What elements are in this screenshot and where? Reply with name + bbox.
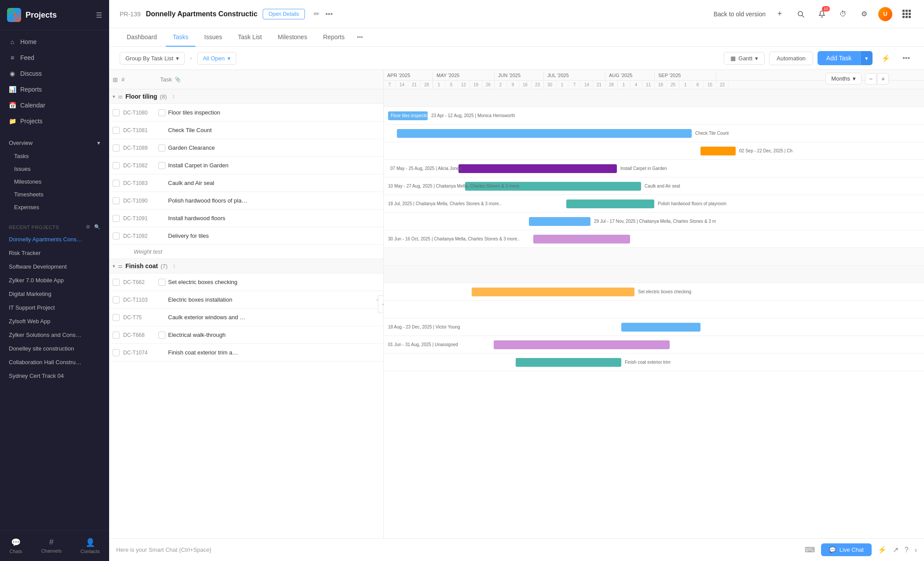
tab-tasks[interactable]: Tasks bbox=[166, 28, 196, 47]
settings-button[interactable]: ⚙ bbox=[857, 7, 871, 21]
task-row[interactable]: DC-T1081 Check Tile Count bbox=[109, 122, 383, 139]
task-checkbox[interactable] bbox=[113, 349, 120, 356]
all-open-button[interactable]: All Open ▾ bbox=[197, 52, 236, 65]
task-row[interactable]: DC-T668 Electrical walk-through bbox=[109, 326, 383, 344]
task-checkbox[interactable] bbox=[113, 162, 120, 169]
recent-project-software[interactable]: Software Development bbox=[0, 260, 109, 273]
gantt-bar[interactable] bbox=[516, 358, 621, 367]
task-row[interactable]: DC-T1083 Caulk and Air seal bbox=[109, 174, 383, 192]
task-row[interactable]: DC-T662 Set electric boxes checking bbox=[109, 273, 383, 291]
group-header-finish-coat[interactable]: ▾ ⚌ Finish coat (7) ↕ bbox=[109, 259, 383, 273]
search-button[interactable] bbox=[794, 7, 808, 21]
recent-project-donelley[interactable]: Donelley site construction bbox=[0, 342, 109, 355]
sidebar-item-expenses[interactable]: Expenses bbox=[0, 201, 109, 214]
task-checkbox[interactable] bbox=[113, 109, 120, 116]
zoom-in-button[interactable]: + bbox=[877, 73, 889, 85]
tab-dashboard[interactable]: Dashboard bbox=[120, 28, 164, 47]
more-options-button[interactable]: ••• bbox=[899, 52, 913, 65]
recent-project-donnelly[interactable]: Donnelly Apartments Cons… bbox=[0, 233, 109, 246]
tab-reports[interactable]: Reports bbox=[316, 28, 352, 47]
bottom-tab-chats[interactable]: 💬 Chats bbox=[4, 535, 28, 557]
open-details-button[interactable]: Open Details bbox=[263, 9, 304, 19]
gantt-chart-panel[interactable]: Months ▾ − + APR '2025 MAY '2025 JUN bbox=[384, 70, 924, 538]
share-icon[interactable]: ↗ bbox=[893, 546, 898, 554]
add-task-button[interactable]: Add Task bbox=[818, 51, 860, 65]
task-row[interactable]: DC-T1103 Electric boxes installation ◁ bbox=[109, 291, 383, 309]
sidebar-item-timesheets[interactable]: Timesheets bbox=[0, 188, 109, 201]
notifications-button[interactable]: 10 bbox=[815, 7, 829, 21]
recent-project-digital[interactable]: Digital Marketing bbox=[0, 287, 109, 301]
back-to-old-version-button[interactable]: Back to old version bbox=[714, 11, 766, 18]
sidebar-item-milestones[interactable]: Milestones bbox=[0, 175, 109, 188]
tab-task-list[interactable]: Task List bbox=[231, 28, 269, 47]
apps-button[interactable] bbox=[899, 7, 913, 21]
recent-project-zylker-sol[interactable]: Zylker Solutions and Cons… bbox=[0, 328, 109, 342]
menu-icon[interactable]: ☰ bbox=[96, 11, 102, 19]
task-checkbox[interactable] bbox=[113, 314, 120, 321]
sidebar-item-discuss[interactable]: ◉ Discuss bbox=[0, 66, 109, 81]
task-checkbox[interactable] bbox=[113, 279, 120, 286]
task-row[interactable]: DC-T1092 Delivery for tiles bbox=[109, 227, 383, 245]
task-row[interactable]: DC-T1080 Floor tiles inspection bbox=[109, 104, 383, 122]
timer-button[interactable]: ⏱ bbox=[836, 7, 850, 21]
task-checkbox[interactable] bbox=[113, 180, 120, 187]
tab-issues[interactable]: Issues bbox=[197, 28, 229, 47]
gantt-bar[interactable] bbox=[397, 129, 692, 138]
task-checkbox[interactable] bbox=[113, 215, 120, 222]
sidebar-item-issues[interactable]: Issues bbox=[0, 162, 109, 175]
recent-project-zylker70[interactable]: Zylker 7.0 Mobile App bbox=[0, 273, 109, 287]
edit-icon[interactable]: ✏ bbox=[314, 10, 319, 18]
task-checkbox[interactable] bbox=[113, 127, 120, 134]
sidebar-item-feed[interactable]: ≡ Feed bbox=[0, 50, 109, 66]
sidebar-item-reports[interactable]: 📊 Reports bbox=[0, 81, 109, 97]
user-avatar[interactable]: U bbox=[878, 7, 892, 21]
smart-chat-placeholder[interactable]: Here is your Smart Chat {Ctrl+Space} bbox=[116, 546, 799, 553]
gantt-bar[interactable] bbox=[700, 147, 736, 155]
group-header-floor-tiling[interactable]: ▾ ⚌ Floor tiling (8) ↕ bbox=[109, 89, 383, 104]
live-chat-button[interactable]: 💬 Live Chat bbox=[821, 543, 872, 556]
gantt-button[interactable]: ▦ Gantt ▾ bbox=[724, 52, 765, 65]
bottom-tab-channels[interactable]: # Channels bbox=[36, 535, 66, 557]
more-options-icon[interactable]: ••• bbox=[326, 10, 333, 18]
task-checkbox[interactable] bbox=[113, 233, 120, 240]
search-recent-icon[interactable]: 🔍 bbox=[94, 224, 101, 230]
more-icon[interactable]: › bbox=[915, 546, 917, 554]
task-row[interactable]: DC-T1082 Install Carpet in Garden bbox=[109, 157, 383, 174]
recent-project-zylsoft[interactable]: Zylsoft Web App bbox=[0, 314, 109, 328]
gantt-bar[interactable] bbox=[533, 235, 630, 244]
sort-icon[interactable]: ↕ bbox=[172, 93, 175, 100]
task-row[interactable]: DC-T75 Caulk exterior windows and … bbox=[109, 309, 383, 326]
task-row[interactable]: DC-T1091 Install hardwood floors bbox=[109, 210, 383, 227]
recent-project-sydney[interactable]: Sydney Cert Track 04 bbox=[0, 369, 109, 383]
nav-tab-more-button[interactable]: ••• bbox=[353, 29, 367, 46]
gantt-bar[interactable] bbox=[566, 199, 654, 208]
gantt-bar[interactable] bbox=[621, 323, 700, 332]
gantt-bar[interactable] bbox=[529, 217, 590, 226]
add-button[interactable]: + bbox=[773, 7, 787, 21]
automation-button[interactable]: Automation bbox=[769, 52, 813, 65]
keyboard-icon[interactable]: ⌨ bbox=[805, 546, 815, 554]
help-icon[interactable]: ? bbox=[905, 546, 909, 554]
sidebar-item-home[interactable]: ⌂ Home bbox=[0, 34, 109, 50]
gantt-bar[interactable] bbox=[472, 288, 634, 296]
task-checkbox[interactable] bbox=[113, 332, 120, 339]
task-row[interactable]: DC-T1089 Garden Clearance bbox=[109, 139, 383, 157]
collapse-panel-button[interactable]: ‹ bbox=[378, 295, 384, 313]
task-checkbox[interactable] bbox=[113, 296, 120, 303]
task-checkbox[interactable] bbox=[113, 144, 120, 151]
filter-icon[interactable]: ⚙ bbox=[86, 224, 91, 230]
collapse-all-button[interactable]: ⊞ bbox=[113, 76, 118, 83]
group-by-button[interactable]: Group By Task List ▾ bbox=[120, 52, 185, 65]
gantt-bar[interactable] bbox=[494, 340, 670, 349]
add-task-dropdown-button[interactable]: ▾ bbox=[860, 51, 873, 65]
sort-icon[interactable]: ↕ bbox=[173, 263, 176, 269]
recent-project-it[interactable]: IT Support Project bbox=[0, 301, 109, 314]
sidebar-item-projects[interactable]: 📁 Projects bbox=[0, 113, 109, 129]
filter-button[interactable]: ⚡ bbox=[877, 52, 895, 65]
gantt-bar[interactable]: Floor tiles inspection bbox=[388, 111, 428, 120]
months-dropdown[interactable]: Months ▾ bbox=[825, 73, 862, 85]
zoom-out-button[interactable]: − bbox=[865, 73, 876, 85]
overview-toggle[interactable]: Overview ▾ bbox=[0, 136, 109, 150]
task-row[interactable]: DC-T1074 Finish coat exterior trim a… bbox=[109, 344, 383, 362]
lightning-icon[interactable]: ⚡ bbox=[878, 546, 887, 554]
